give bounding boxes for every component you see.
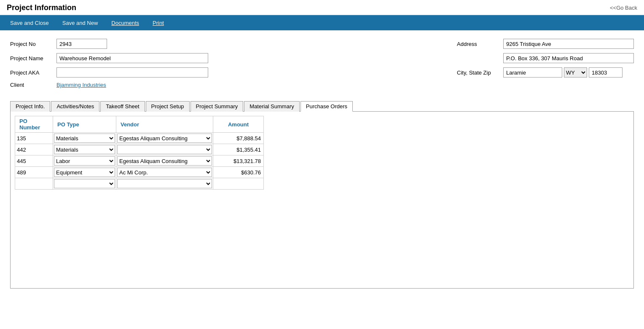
address-line1-input[interactable]	[503, 39, 634, 49]
table-row: MaterialsLaborEquipmentOtherEgestas Aliq…	[15, 178, 264, 190]
project-no-input[interactable]	[56, 39, 107, 49]
table-row: MaterialsLaborEquipmentOtherEgestas Aliq…	[15, 144, 264, 155]
project-no-row: Project No	[10, 39, 415, 49]
po-number-input[interactable]	[17, 158, 51, 164]
table-row: MaterialsLaborEquipmentOtherEgestas Aliq…	[15, 167, 264, 178]
address-label: Address	[457, 41, 503, 47]
state-select[interactable]: WY AL AK CA CO TX	[564, 67, 587, 78]
po-table: PO Number PO Type Vendor Amount Material…	[15, 116, 264, 190]
vendor-select[interactable]: Egestas Aliquam ConsultingAc Mi Corp.	[117, 156, 212, 166]
project-name-row: Project Name	[10, 53, 415, 63]
po-number-input[interactable]	[17, 147, 51, 153]
col-header-vendor: Vendor	[116, 116, 213, 133]
right-column: Address City, State Zip WY AL AK CA CO	[457, 39, 634, 92]
amount-input[interactable]	[215, 169, 261, 176]
po-number-input[interactable]	[17, 135, 51, 142]
po-type-select[interactable]: MaterialsLaborEquipmentOther	[54, 134, 115, 143]
vendor-select[interactable]: Egestas Aliquam ConsultingAc Mi Corp.	[117, 134, 212, 143]
print-button[interactable]: Print	[146, 15, 171, 30]
go-back-link[interactable]: <<Go Back	[610, 5, 637, 11]
po-number-input[interactable]	[17, 181, 51, 187]
project-aka-row: Project AKA	[10, 67, 415, 78]
po-type-select[interactable]: MaterialsLaborEquipmentOther	[54, 179, 115, 188]
zip-input[interactable]	[589, 67, 623, 78]
client-row: Client Bjamming Industries	[10, 82, 415, 88]
page-title: Project Information	[7, 3, 76, 12]
tab-material-summary[interactable]: Material Summary	[244, 101, 299, 112]
amount-input[interactable]	[215, 147, 261, 153]
left-column: Project No Project Name Project AKA Clie…	[10, 39, 415, 92]
amount-input[interactable]	[215, 158, 261, 164]
vendor-select[interactable]: Egestas Aliquam ConsultingAc Mi Corp.	[117, 145, 212, 154]
col-header-po-number: PO Number	[15, 116, 53, 133]
form-section: Project No Project Name Project AKA Clie…	[0, 30, 644, 96]
toolbar: Save and Close Save and New Documents Pr…	[0, 15, 644, 30]
po-type-select[interactable]: MaterialsLaborEquipmentOther	[54, 168, 115, 177]
tabs-row: Project Info. Activities/Notes Takeoff S…	[10, 101, 634, 112]
tabs-container: Project Info. Activities/Notes Takeoff S…	[0, 101, 644, 289]
po-number-input[interactable]	[17, 169, 51, 176]
city-input[interactable]	[503, 67, 562, 78]
table-row: MaterialsLaborEquipmentOtherEgestas Aliq…	[15, 155, 264, 167]
amount-input[interactable]	[215, 135, 261, 142]
po-type-select[interactable]: MaterialsLaborEquipmentOther	[54, 145, 115, 154]
vendor-select[interactable]: Egestas Aliquam ConsultingAc Mi Corp.	[117, 179, 212, 188]
amount-input[interactable]	[215, 181, 261, 187]
vendor-select[interactable]: Egestas Aliquam ConsultingAc Mi Corp.	[117, 168, 212, 177]
project-name-label: Project Name	[10, 55, 56, 62]
tab-purchase-orders[interactable]: Purchase Orders	[301, 101, 353, 112]
col-header-amount: Amount	[213, 116, 264, 133]
purchase-orders-content: PO Number PO Type Vendor Amount Material…	[10, 112, 634, 289]
tab-takeoff-sheet[interactable]: Takeoff Sheet	[100, 101, 145, 112]
tab-activities-notes[interactable]: Activities/Notes	[51, 101, 99, 112]
city-state-zip-label: City, State Zip	[457, 70, 503, 76]
address-row2	[457, 53, 634, 63]
client-label: Client	[10, 82, 56, 88]
table-row: MaterialsLaborEquipmentOtherEgestas Aliq…	[15, 133, 264, 144]
save-close-button[interactable]: Save and Close	[3, 15, 56, 30]
col-header-po-type: PO Type	[53, 116, 116, 133]
documents-button[interactable]: Documents	[105, 15, 146, 30]
tab-project-setup[interactable]: Project Setup	[146, 101, 190, 112]
page-header: Project Information <<Go Back	[0, 0, 644, 15]
po-type-select[interactable]: MaterialsLaborEquipmentOther	[54, 156, 115, 166]
tab-project-summary[interactable]: Project Summary	[191, 101, 244, 112]
city-state-zip-row: City, State Zip WY AL AK CA CO TX	[457, 67, 634, 78]
project-name-input[interactable]	[56, 53, 208, 63]
city-state-zip-group: WY AL AK CA CO TX	[503, 67, 623, 78]
project-aka-label: Project AKA	[10, 70, 56, 76]
project-no-label: Project No	[10, 41, 56, 47]
tab-project-info[interactable]: Project Info.	[10, 101, 50, 112]
client-link[interactable]: Bjamming Industries	[56, 82, 106, 88]
address-row1: Address	[457, 39, 634, 49]
save-new-button[interactable]: Save and New	[56, 15, 105, 30]
project-aka-input[interactable]	[56, 67, 208, 78]
address-line2-input[interactable]	[503, 53, 634, 63]
